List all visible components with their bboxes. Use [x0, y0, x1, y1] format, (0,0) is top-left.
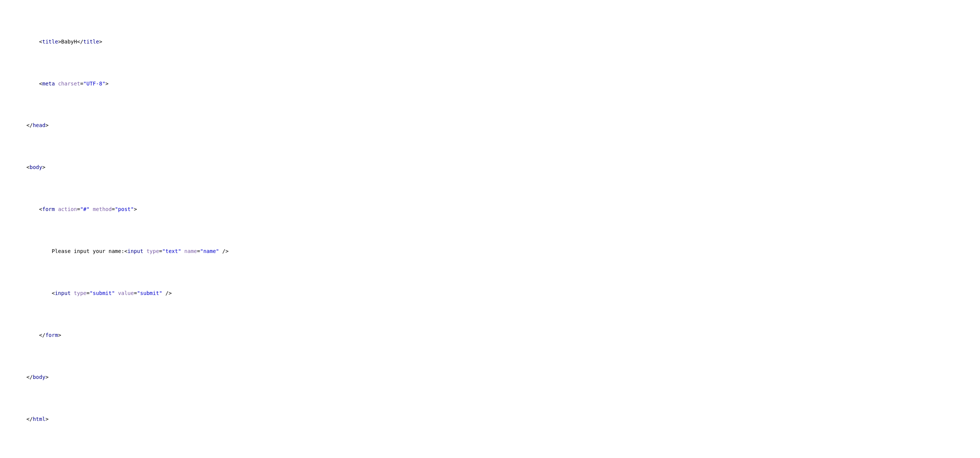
- code-line: <input type="submit" value="submit" />: [8, 281, 972, 306]
- code-line: </html>: [8, 407, 972, 432]
- code-line: <form action="#" method="post">: [8, 197, 972, 222]
- code-line: </head>: [8, 113, 972, 138]
- page-container: <title>BabyH</title> <meta charset="UTF-…: [0, 0, 980, 458]
- code-line: <body>: [8, 155, 972, 180]
- code-line: </body>: [8, 365, 972, 390]
- code-line: <title>BabyH</title>: [8, 29, 972, 54]
- code-section: <title>BabyH</title> <meta charset="UTF-…: [0, 0, 980, 458]
- code-line: </form>: [8, 323, 972, 348]
- code-line: <meta charset="UTF-8">: [8, 71, 972, 96]
- code-line: Please input your name:<input type="text…: [8, 239, 972, 264]
